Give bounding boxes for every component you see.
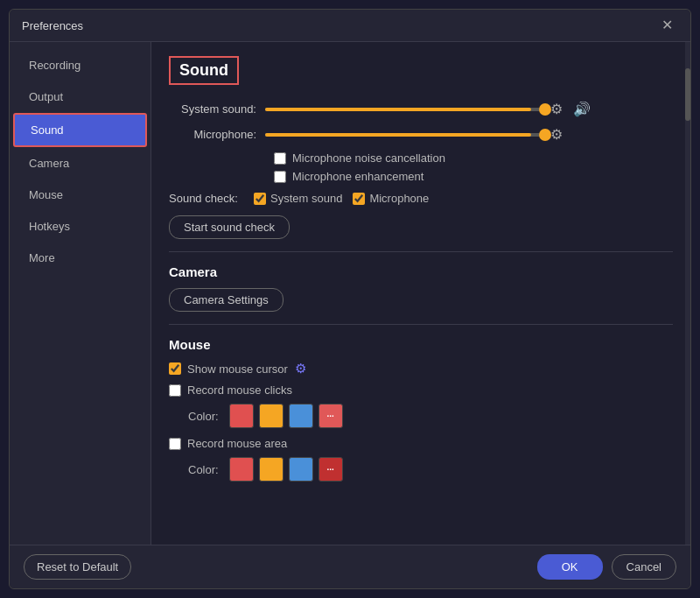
microphone-label: Microphone: <box>169 128 265 141</box>
color-swatch-more-2[interactable]: ··· <box>318 457 343 482</box>
noise-cancellation-label: Microphone noise cancellation <box>292 151 445 165</box>
color-swatch-orange-1[interactable] <box>259 404 284 428</box>
color-row-2: Color: ··· <box>188 457 673 482</box>
microphone-thumb <box>539 129 551 141</box>
noise-cancellation-row: Microphone noise cancellation <box>274 151 673 165</box>
title-bar: Preferences ✕ <box>10 10 690 42</box>
enhancement-checkbox[interactable] <box>274 171 286 183</box>
sidebar-item-camera[interactable]: Camera <box>13 148 147 179</box>
mouse-section-title: Mouse <box>169 337 673 352</box>
divider-2 <box>169 324 673 325</box>
record-clicks-row: Record mouse clicks <box>169 383 673 397</box>
sidebar-item-mouse[interactable]: Mouse <box>13 179 147 210</box>
preferences-dialog: Preferences ✕ Recording Output Sound Cam… <box>9 9 691 589</box>
sound-section-title: Sound <box>169 56 239 85</box>
system-sound-slider[interactable] <box>265 108 545 111</box>
camera-settings-button[interactable]: Camera Settings <box>169 288 284 312</box>
dialog-title: Preferences <box>22 19 83 32</box>
record-clicks-checkbox[interactable] <box>169 384 181 397</box>
system-sound-row: System sound: ⚙ 🔊 <box>169 101 673 117</box>
scrollbar-track <box>685 42 690 545</box>
color-swatch-blue-1[interactable] <box>289 404 313 428</box>
record-area-checkbox[interactable] <box>169 438 181 450</box>
sidebar-item-hotkeys[interactable]: Hotkeys <box>13 211 147 242</box>
sidebar-item-output[interactable]: Output <box>13 81 147 112</box>
microphone-row: Microphone: ⚙ <box>169 126 673 143</box>
sidebar-item-more[interactable]: More <box>13 243 147 273</box>
sidebar-item-recording[interactable]: Recording <box>13 50 147 81</box>
record-area-row: Record mouse area <box>169 437 673 450</box>
cursor-settings-icon[interactable]: ⚙ <box>295 361 306 376</box>
sidebar-item-sound[interactable]: Sound <box>13 113 147 147</box>
cancel-button[interactable]: Cancel <box>612 554 676 580</box>
color-label-1: Color: <box>188 410 219 423</box>
content-area: Sound System sound: ⚙ 🔊 Microphone: ⚙ <box>151 42 690 545</box>
scrollbar-thumb[interactable] <box>685 68 690 121</box>
start-sound-check-button[interactable]: Start sound check <box>169 215 290 239</box>
microphone-check-checkbox[interactable] <box>353 193 365 205</box>
microphone-slider[interactable] <box>265 133 545 137</box>
close-button[interactable]: ✕ <box>656 17 678 34</box>
color-swatch-more-1[interactable]: ··· <box>318 404 343 428</box>
dialog-body: Recording Output Sound Camera Mouse Hotk… <box>10 42 690 545</box>
system-sound-check-option: System sound <box>254 192 342 205</box>
color-swatch-red-2[interactable] <box>229 457 254 482</box>
record-area-label: Record mouse area <box>187 437 287 450</box>
microphone-check-label: Microphone <box>369 192 429 205</box>
reset-button[interactable]: Reset to Default <box>24 554 131 580</box>
enhancement-label: Microphone enhancement <box>292 170 424 183</box>
footer: Reset to Default OK Cancel <box>10 545 690 588</box>
microphone-check-option: Microphone <box>353 192 429 205</box>
system-sound-speaker-icon[interactable]: 🔊 <box>568 101 596 117</box>
system-sound-check-checkbox[interactable] <box>254 193 266 205</box>
show-cursor-row: Show mouse cursor ⚙ <box>169 361 673 376</box>
system-sound-label: System sound: <box>169 102 265 116</box>
sound-check-label: Sound check: <box>169 192 243 205</box>
sidebar: Recording Output Sound Camera Mouse Hotk… <box>10 42 151 545</box>
show-cursor-checkbox[interactable] <box>169 362 181 375</box>
ok-button[interactable]: OK <box>537 554 603 580</box>
system-sound-thumb <box>539 103 551 116</box>
noise-cancellation-checkbox[interactable] <box>274 152 286 165</box>
system-sound-check-label: System sound <box>270 192 342 205</box>
record-clicks-label: Record mouse clicks <box>187 383 292 397</box>
sound-check-row: Sound check: System sound Microphone <box>169 192 673 205</box>
color-swatch-blue-2[interactable] <box>289 457 313 482</box>
enhancement-row: Microphone enhancement <box>274 170 673 183</box>
color-row-1: Color: ··· <box>188 404 673 428</box>
color-swatch-red-1[interactable] <box>229 404 254 428</box>
system-sound-fill <box>265 108 531 111</box>
color-swatch-orange-2[interactable] <box>259 457 284 482</box>
show-cursor-label: Show mouse cursor <box>187 362 288 376</box>
microphone-fill <box>265 133 531 137</box>
divider-1 <box>169 251 673 252</box>
camera-section-title: Camera <box>169 264 673 279</box>
footer-actions: OK Cancel <box>537 554 676 580</box>
color-label-2: Color: <box>188 463 219 476</box>
